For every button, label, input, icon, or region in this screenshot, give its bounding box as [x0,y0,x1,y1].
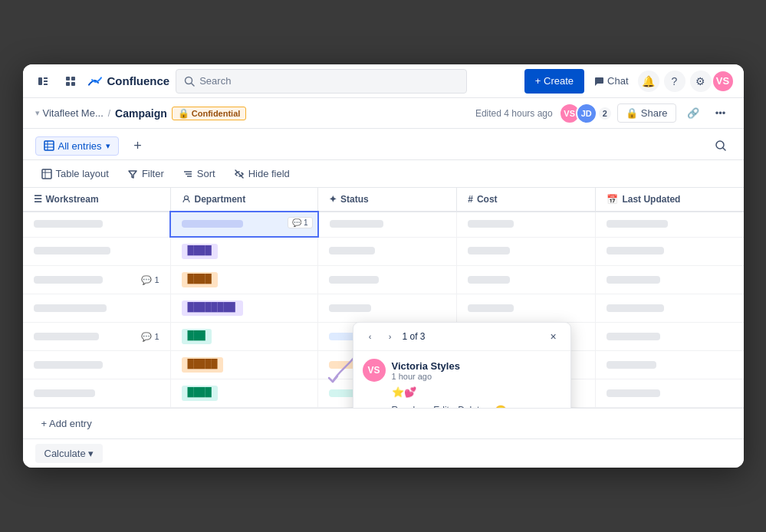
help-button[interactable]: ? [664,71,685,92]
sort-icon [182,169,193,179]
table-row: 💬 1 ████ [23,266,744,294]
close-popup-button[interactable]: × [546,329,561,344]
cell-workstream[interactable] [23,212,171,237]
calculate-button[interactable]: Calculate ▾ [35,444,104,463]
table-footer: + Add entry [23,408,744,438]
cell-updated[interactable] [596,212,744,237]
col-department[interactable]: Department [170,188,318,212]
nav-left: Confluence [32,71,170,92]
emoji-reaction-button[interactable]: 🙂 [493,402,508,408]
cell-department-highlighted[interactable]: 💬 1 [170,212,318,237]
comment-count: 1 of 3 [403,331,426,342]
next-comment-button[interactable]: › [383,329,398,344]
col-cost[interactable]: # Cost [457,188,596,212]
hide-field-button[interactable]: Hide field [228,165,296,182]
settings-button[interactable]: ⚙ [690,71,712,92]
cell-workstream[interactable]: 💬 1 [23,266,171,294]
cell-status[interactable] [318,266,457,294]
table-area: ☰ Workstream Department ✦ Status [23,188,744,408]
comment-author-row: VS Victoria Styles 1 hour ago [363,359,561,382]
svg-rect-2 [44,80,48,82]
svg-line-9 [192,83,195,86]
cell-workstream[interactable]: 💬 1 [23,323,171,351]
breadcrumb-parent[interactable]: ▾ Vitafleet Me... [35,107,104,119]
hide-icon [234,169,245,179]
top-navigation: Confluence Search + Create Chat 🔔 ? ⚙ VS [23,64,744,98]
cell-department[interactable]: ████████ [170,294,318,323]
search-bar[interactable]: Search [176,69,467,94]
avatar-count: 2 [599,107,611,120]
cell-department[interactable]: █████ [170,351,318,379]
comment-count-badge: 💬 1 [141,332,159,342]
svg-rect-16 [42,169,51,179]
resolve-button[interactable]: Resolve [392,405,425,408]
cell-updated[interactable] [596,323,744,351]
create-button[interactable]: + Create [524,69,584,94]
col-workstream[interactable]: ☰ Workstream [23,188,171,212]
chat-button[interactable]: Chat [589,72,633,90]
cell-cost[interactable] [457,237,596,266]
bottom-toolbar: Calculate ▾ [23,438,744,468]
edit-button[interactable]: Edit [433,405,449,408]
nav-right: + Create Chat 🔔 ? ⚙ VS [524,69,735,94]
add-view-button[interactable]: + [128,136,148,156]
confluence-logo[interactable]: Confluence [87,74,170,89]
user-avatar[interactable]: VS [712,70,735,93]
comment-meta: Victoria Styles 1 hour ago [392,360,460,381]
svg-rect-7 [71,82,75,86]
comment-timestamp: 1 hour ago [392,372,460,381]
all-entries-button[interactable]: All entries ▾ [35,136,119,156]
cell-updated[interactable] [596,237,744,266]
cell-updated[interactable] [596,351,744,379]
cell-updated[interactable] [596,294,744,323]
svg-line-15 [723,148,725,150]
delete-button[interactable]: Delete [458,405,485,408]
cell-updated[interactable] [596,266,744,294]
svg-rect-3 [44,84,48,85]
cell-department[interactable]: ████ [170,237,318,266]
share-button[interactable]: 🔒 Share [617,103,676,123]
commenter-avatar: VS [363,359,386,382]
filter-icon [127,169,138,179]
table-layout-button[interactable]: Table layout [35,165,115,182]
sort-button[interactable]: Sort [176,165,222,182]
prev-comment-button[interactable]: ‹ [363,329,378,344]
add-entry-button[interactable]: + Add entry [35,415,98,432]
cell-cost[interactable] [457,212,596,237]
comment-actions: Resolve · Edit · Delete · 🙂 [392,402,561,408]
notifications-button[interactable]: 🔔 [638,71,659,92]
cell-department[interactable]: ████ [170,379,318,408]
more-options-button[interactable]: ••• [710,103,731,124]
svg-rect-1 [44,77,48,79]
cell-status[interactable] [318,294,457,323]
search-placeholder: Search [199,75,231,87]
toolbar-search-button[interactable] [710,135,731,156]
edited-time: Edited 4 hours ago [475,108,553,119]
breadcrumb: ▾ Vitafleet Me... / Campaign 🔒 Confident… [23,98,744,129]
table-toolbar: Table layout Filter Sort Hide field [23,160,744,188]
cell-cost[interactable] [457,266,596,294]
apps-button[interactable] [60,71,81,92]
cell-department[interactable]: ███ [170,323,318,351]
cell-cost[interactable] [457,294,596,323]
comment-popup: ‹ › 1 of 3 × VS Victoria Styles 1 hour a… [353,322,571,408]
cell-status[interactable] [318,237,457,266]
link-button[interactable]: 🔗 [682,103,704,124]
col-status[interactable]: ✦ Status [318,188,457,212]
svg-rect-10 [44,141,54,150]
cell-status[interactable] [318,212,457,237]
avatar-2: JD [576,103,597,124]
table-icon [44,140,54,151]
cell-workstream[interactable] [23,294,171,323]
col-last-updated[interactable]: 📅 Last Updated [596,188,744,212]
cell-updated[interactable] [596,379,744,408]
cell-workstream[interactable] [23,351,171,379]
popup-navigation: ‹ › 1 of 3 [363,329,426,344]
confidential-badge: 🔒 Confidential [172,107,247,120]
cell-workstream[interactable] [23,237,171,266]
filter-button[interactable]: Filter [121,165,170,182]
sidebar-toggle-button[interactable] [32,71,54,92]
breadcrumb-current: Campaign [115,107,167,120]
cell-department[interactable]: ████ [170,266,318,294]
cell-workstream[interactable] [23,379,171,408]
